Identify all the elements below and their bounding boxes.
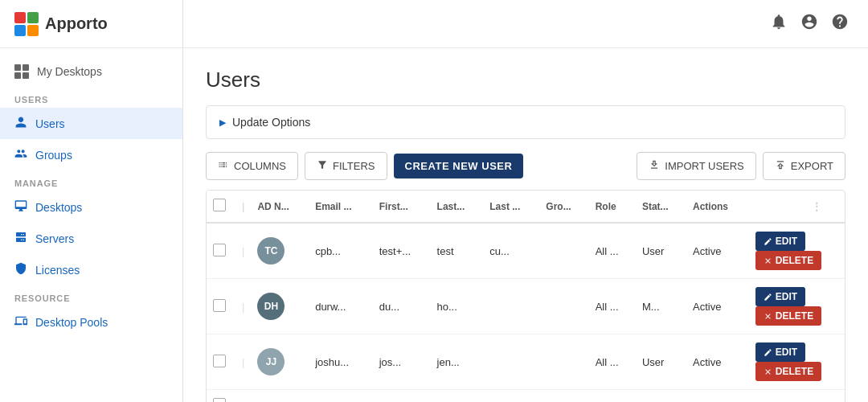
section-label-resource: RESOURCE	[0, 285, 182, 306]
create-user-label: CREATE NEW USER	[405, 160, 513, 172]
row-status: Active	[686, 334, 749, 390]
row-role: User	[636, 223, 686, 279]
row-avatar: JJ	[251, 334, 309, 390]
row-actions: EDIT DELETE	[749, 223, 828, 279]
sidebar-nav: My Desktops USERS Users Groups MANAGE De…	[0, 48, 182, 402]
row-email: jos...	[373, 334, 431, 390]
row-role: M...	[636, 279, 686, 334]
sidebar-item-desktops[interactable]: Desktops	[0, 191, 182, 223]
sidebar-item-licenses[interactable]: Licenses	[0, 254, 182, 285]
header-role: Role	[589, 191, 636, 223]
desktops-icon	[14, 199, 27, 215]
row-group: All ...	[589, 279, 636, 334]
user-icon	[14, 116, 27, 131]
header-email: Email ...	[309, 191, 373, 223]
import-icon	[649, 159, 660, 173]
columns-label: COLUMNS	[234, 160, 286, 172]
sidebar-item-servers[interactable]: Servers	[0, 223, 182, 254]
delete-button[interactable]: DELETE	[755, 251, 821, 270]
logo-area: Apporto	[0, 0, 182, 48]
row-role: User	[636, 334, 686, 390]
sidebar-groups-label: Groups	[35, 149, 72, 162]
logo-text: Apporto	[45, 14, 108, 33]
table-row: | TC cpb... test+... test cu... All ... …	[207, 223, 845, 279]
header-checkbox[interactable]	[207, 191, 235, 223]
row-email: du...	[373, 279, 431, 334]
import-users-label: IMPORT USERS	[665, 160, 743, 172]
delete-button[interactable]: DELETE	[755, 306, 821, 326]
bell-icon[interactable]	[770, 13, 788, 35]
row-last: cu...	[483, 223, 539, 279]
filters-button[interactable]: FILTERS	[305, 152, 387, 180]
grid-icon	[14, 64, 29, 79]
row-last	[483, 334, 539, 390]
logo-icon	[14, 12, 39, 36]
row-email: test+...	[373, 223, 431, 279]
sidebar-item-grid[interactable]: My Desktops	[0, 56, 182, 87]
sidebar-desktops-label: Desktops	[35, 201, 82, 214]
main-content: Users ▶ Update Options COLUMNS FILTERS C…	[183, 0, 868, 402]
edit-button[interactable]: EDIT	[755, 343, 805, 362]
licenses-icon	[14, 262, 27, 277]
row-actions: EDIT DELETE	[749, 279, 828, 334]
table-row: | DH durw... du... ho... All ... M... Ac…	[207, 279, 845, 334]
sidebar-item-users[interactable]: Users	[0, 108, 182, 139]
table-row: | ...	[207, 390, 845, 403]
desktop-pools-icon	[14, 314, 27, 330]
update-options-bar[interactable]: ▶ Update Options	[206, 105, 845, 139]
delete-button[interactable]: DELETE	[755, 362, 821, 381]
help-circle-icon[interactable]	[831, 13, 849, 35]
servers-icon	[14, 231, 27, 246]
row-pipe: |	[235, 334, 251, 390]
row-checkbox[interactable]	[207, 390, 235, 403]
row-status: Active	[686, 223, 749, 279]
row-ad-name: joshu...	[309, 334, 373, 390]
export-label: EXPORT	[791, 160, 833, 172]
header-resize: ⋮	[749, 191, 828, 223]
row-first: ho...	[431, 279, 484, 334]
section-label-manage: MANAGE	[0, 170, 182, 191]
user-circle-icon[interactable]	[800, 13, 818, 35]
columns-icon	[218, 159, 229, 173]
page-content: Users ▶ Update Options COLUMNS FILTERS C…	[183, 48, 868, 402]
row-pipe: |	[235, 390, 251, 403]
export-button[interactable]: EXPORT	[763, 152, 845, 180]
header-ad-name: AD N...	[251, 191, 309, 223]
import-users-button[interactable]: IMPORT USERS	[637, 152, 755, 180]
row-first: test	[431, 223, 484, 279]
row-checkbox[interactable]	[207, 279, 235, 334]
header-actions: Actions	[686, 191, 749, 223]
row-group: All ...	[589, 223, 636, 279]
row-group: All ...	[589, 334, 636, 390]
header-group: Gro...	[539, 191, 588, 223]
update-options-label: Update Options	[232, 116, 310, 129]
sidebar-item-desktop-pools[interactable]: Desktop Pools	[0, 306, 182, 338]
edit-button[interactable]: EDIT	[755, 232, 805, 251]
header-pipe: |	[235, 191, 251, 223]
row-checkbox[interactable]	[207, 334, 235, 390]
create-new-user-button[interactable]: CREATE NEW USER	[394, 154, 524, 178]
row-last-login	[539, 279, 588, 334]
row-first: jen...	[431, 334, 484, 390]
row-ad-name: durw...	[309, 279, 373, 334]
sidebar-item-groups[interactable]: Groups	[0, 139, 182, 170]
toolbar: COLUMNS FILTERS CREATE NEW USER IMPORT U…	[206, 152, 845, 180]
section-label-users: USERS	[0, 87, 182, 108]
export-icon	[775, 159, 786, 173]
users-table: | AD N... Email ... First... Last... Las…	[206, 190, 845, 402]
header-first: First...	[373, 191, 431, 223]
header-last-login: Last ...	[483, 191, 539, 223]
topbar	[183, 0, 868, 48]
edit-button[interactable]: EDIT	[755, 287, 805, 306]
update-options-arrow: ▶	[219, 117, 226, 128]
row-avatar: DH	[251, 279, 309, 334]
row-checkbox[interactable]	[207, 223, 235, 279]
groups-icon	[14, 147, 27, 162]
sidebar-servers-label: Servers	[35, 232, 74, 245]
row-avatar: TC	[251, 223, 309, 279]
table-row: | JJ joshu... jos... jen... All ... User…	[207, 334, 845, 390]
sidebar-users-label: Users	[35, 117, 65, 130]
header-status: Stat...	[636, 191, 686, 223]
filters-label: FILTERS	[333, 160, 375, 172]
columns-button[interactable]: COLUMNS	[206, 152, 298, 180]
